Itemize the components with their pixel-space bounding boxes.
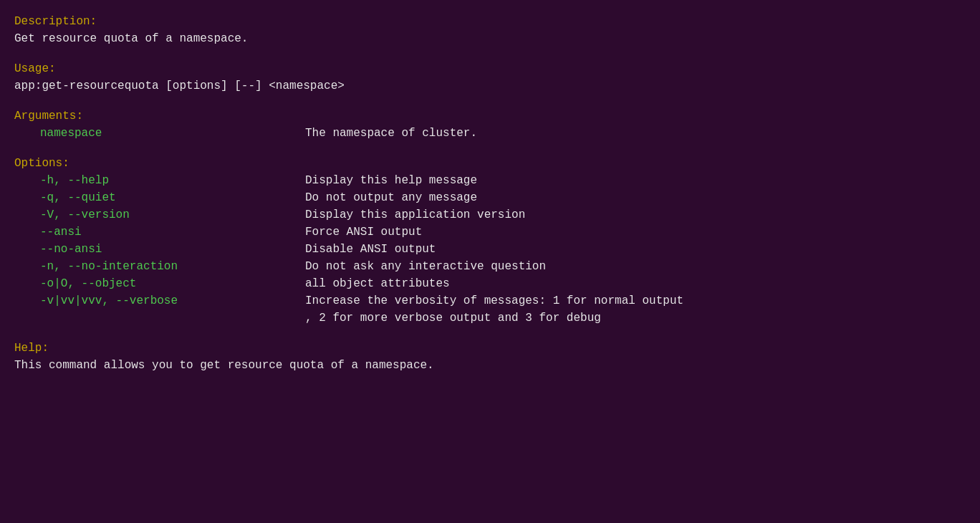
help-label: Help: bbox=[14, 340, 966, 357]
option-desc-verbose: Increase the verbosity of messages: 1 fo… bbox=[305, 292, 683, 327]
help-section: Help: This command allows you to get res… bbox=[14, 340, 966, 374]
option-row-verbose: -v|vv|vvv, --verbose Increase the verbos… bbox=[14, 292, 966, 327]
argument-row-namespace: namespace The namespace of cluster. bbox=[14, 125, 966, 142]
option-row-no-interaction: -n, --no-interaction Do not ask any inte… bbox=[14, 258, 966, 275]
arguments-section: Arguments: namespace The namespace of cl… bbox=[14, 107, 966, 142]
option-key-version: -V, --version bbox=[40, 206, 305, 224]
option-key-no-ansi: --no-ansi bbox=[40, 241, 305, 258]
usage-section: Usage: app:get-resourcequota [options] [… bbox=[14, 60, 966, 95]
option-desc-help: Display this help message bbox=[305, 172, 477, 189]
usage-text: app:get-resourcequota [options] [--] <na… bbox=[14, 77, 966, 95]
option-row-quiet: -q, --quiet Do not output any message bbox=[14, 189, 966, 206]
option-key-quiet: -q, --quiet bbox=[40, 189, 305, 206]
description-text: Get resource quota of a namespace. bbox=[14, 30, 966, 47]
option-row-object: -o|O, --object all object attributes bbox=[14, 275, 966, 292]
help-text: This command allows you to get resource … bbox=[14, 357, 966, 374]
option-row-no-ansi: --no-ansi Disable ANSI output bbox=[14, 241, 966, 258]
usage-label: Usage: bbox=[14, 60, 966, 77]
arg-key-namespace: namespace bbox=[40, 125, 305, 142]
options-label: Options: bbox=[14, 155, 966, 172]
option-key-help: -h, --help bbox=[40, 172, 305, 189]
option-row-ansi: --ansi Force ANSI output bbox=[14, 224, 966, 241]
option-row-help: -h, --help Display this help message bbox=[14, 172, 966, 189]
option-desc-no-ansi: Disable ANSI output bbox=[305, 241, 436, 258]
arguments-label: Arguments: bbox=[14, 107, 966, 125]
option-key-object: -o|O, --object bbox=[40, 275, 305, 292]
option-desc-object: all object attributes bbox=[305, 275, 450, 292]
option-desc-no-interaction: Do not ask any interactive question bbox=[305, 258, 546, 275]
option-desc-ansi: Force ANSI output bbox=[305, 224, 422, 241]
arg-desc-namespace: The namespace of cluster. bbox=[305, 125, 477, 142]
option-desc-version: Display this application version bbox=[305, 206, 525, 224]
description-section: Description: Get resource quota of a nam… bbox=[14, 13, 966, 47]
option-row-version: -V, --version Display this application v… bbox=[14, 206, 966, 224]
option-key-no-interaction: -n, --no-interaction bbox=[40, 258, 305, 275]
option-key-verbose: -v|vv|vvv, --verbose bbox=[40, 292, 305, 327]
option-key-ansi: --ansi bbox=[40, 224, 305, 241]
options-section: Options: -h, --help Display this help me… bbox=[14, 155, 966, 327]
description-label: Description: bbox=[14, 13, 966, 30]
option-desc-quiet: Do not output any message bbox=[305, 189, 477, 206]
